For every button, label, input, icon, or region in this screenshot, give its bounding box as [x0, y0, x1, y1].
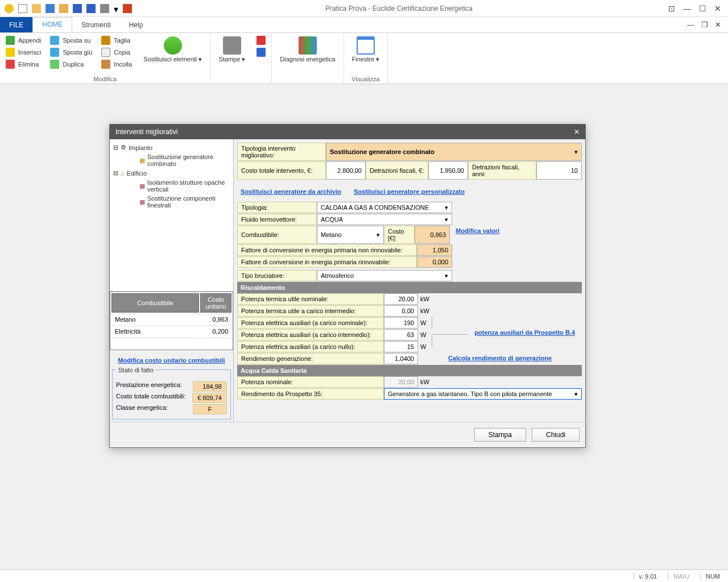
version-label: v. 9.01	[634, 573, 661, 580]
interventi-tree[interactable]: ⊟⚙Impianto ▦Sostituzione generatore comb…	[110, 139, 233, 292]
plus-green-icon	[6, 36, 15, 45]
word-button[interactable]	[255, 47, 267, 57]
ribbon-tabs: FILE HOME Strumenti Help — ❐ ✕	[0, 17, 728, 33]
elimina-button[interactable]: Elimina	[5, 59, 42, 69]
modifica-valori-link[interactable]: Modifica valori	[456, 227, 499, 234]
save-icon[interactable]	[73, 4, 82, 13]
tree-isolamento[interactable]: ▦Isolamento strutture opache verticali	[113, 178, 230, 194]
chevron-down-icon: ▾	[445, 216, 448, 223]
inserisci-button[interactable]: Inserisci	[5, 47, 42, 57]
table-row[interactable]: Metano0,863	[111, 314, 231, 325]
chiudi-button[interactable]: Chiudi	[532, 428, 580, 442]
fattore-nr-value: 1,050	[417, 244, 452, 256]
sostituisci-personalizzato-link[interactable]: Sostituisci generatore personalizzato	[354, 188, 465, 195]
tipologia-select[interactable]: CALDAIA A GAS A CONDENSAZIONE▾	[317, 202, 452, 213]
gear-icon: ⚙	[121, 144, 126, 151]
fluido-select[interactable]: ACQUA▾	[317, 214, 452, 225]
finestre-button[interactable]: Finestre ▾	[349, 35, 383, 64]
paste-icon	[101, 60, 110, 69]
device-icon[interactable]	[46, 4, 55, 13]
mdi-restore-icon[interactable]: ❐	[701, 20, 708, 29]
doc-icon	[257, 48, 266, 57]
potenza-ausiliari-link[interactable]: potenza ausiliari da Prospetto B.4	[474, 329, 575, 336]
tipo-bruciatore-select[interactable]: Atmosferico▾	[317, 270, 452, 281]
replace-icon	[164, 36, 182, 55]
stop-icon[interactable]	[123, 4, 132, 13]
interventi-dialog: Interventi migliorativi ✕ ⊟⚙Impianto ▦So…	[109, 124, 586, 448]
pot-int-input[interactable]: 0,00	[384, 305, 418, 317]
maximize-icon[interactable]: ☐	[699, 4, 706, 13]
chevron-down-icon: ▾	[377, 231, 380, 239]
printer-icon	[223, 36, 241, 55]
sostituisci-archivio-link[interactable]: Sostituisci generatore da archivio	[241, 188, 341, 195]
stampa-button[interactable]: Stampa	[474, 428, 526, 442]
wall-icon: ▦	[139, 182, 145, 190]
tipologia-intervento-select[interactable]: Sostituzione generatore combinato▾	[326, 143, 582, 161]
duplica-button[interactable]: Duplica	[49, 59, 93, 69]
pdf-icon	[257, 36, 266, 45]
taglia-button[interactable]: Taglia	[100, 35, 133, 45]
incolla-button[interactable]: Incolla	[100, 59, 133, 69]
app-icon[interactable]	[5, 4, 14, 13]
saveas-icon[interactable]	[86, 4, 96, 13]
ribbon: Appendi Inserisci Elimina Sposta su Spos…	[0, 33, 728, 84]
chevron-down-icon: ▾	[445, 272, 448, 280]
tree-sost-comp[interactable]: ▦Sostituzione componenti finestrati	[113, 194, 230, 210]
tab-help[interactable]: Help	[120, 17, 152, 32]
table-row[interactable]: Elettricità0,200	[111, 326, 231, 336]
combustibile-select[interactable]: Metano▾	[317, 226, 384, 244]
new-icon[interactable]	[18, 4, 27, 13]
folder-icon[interactable]	[59, 4, 68, 13]
tab-file[interactable]: FILE	[0, 17, 32, 32]
calcola-rendimento-link[interactable]: Calcola rendimento di generazione	[448, 355, 552, 361]
sposta-giu-button[interactable]: Sposta giù	[49, 47, 93, 57]
diagnosi-button[interactable]: Diagnosi energetica	[276, 35, 338, 64]
fattore-r-value: 0,000	[417, 256, 452, 268]
mod-cost-link[interactable]: Modifica costo unitario combustibili	[118, 357, 225, 364]
group-modifica-label: Modifica	[5, 74, 205, 82]
tree-sost-gen[interactable]: ▦Sostituzione generatore combinato	[113, 152, 230, 168]
stampe-button[interactable]: Stampe ▾	[215, 35, 249, 64]
close-icon[interactable]: ✕	[714, 4, 721, 13]
mdi-minimize-icon[interactable]: —	[687, 20, 694, 29]
quick-access-toolbar: ▾	[0, 4, 136, 13]
tab-strumenti[interactable]: Strumenti	[72, 17, 119, 32]
pot-el-nom-input[interactable]: 190	[384, 317, 418, 329]
pot-nom-input[interactable]: 20,00	[384, 293, 418, 305]
tab-home[interactable]: HOME	[32, 17, 72, 32]
print-icon[interactable]	[100, 4, 109, 13]
minimize-icon[interactable]: —	[683, 4, 691, 13]
copia-button[interactable]: Copia	[100, 47, 133, 57]
boiler-icon: ▦	[139, 157, 145, 164]
chevron-down-icon: ▾	[574, 148, 578, 156]
mdi-close-icon[interactable]: ✕	[715, 20, 721, 29]
pot-el-null-input[interactable]: 15	[384, 341, 418, 352]
open-icon[interactable]	[32, 4, 41, 13]
group-visualizza-label: Visualizza	[349, 74, 383, 82]
tree-impianto[interactable]: ⊟⚙Impianto	[113, 143, 230, 152]
minus-red-icon	[6, 60, 15, 69]
pot-el-int-input[interactable]: 63	[384, 329, 418, 340]
detrazioni-input[interactable]: 1.950,00	[428, 161, 468, 180]
acs-header: Acqua Calda Sanitaria	[237, 365, 582, 376]
detrazioni-anni-input[interactable]: 10	[536, 161, 582, 180]
appendi-button[interactable]: Appendi	[5, 35, 42, 45]
pot-acs-input: 20,00	[384, 376, 418, 388]
maiu-indicator: MAIU	[668, 573, 694, 580]
titlebar: ▾ Pratica Prova - Euclide Certificazione…	[0, 0, 728, 17]
costo-totale-input[interactable]: 2.800,00	[326, 161, 366, 180]
restore-in-icon[interactable]: ⊡	[668, 4, 675, 13]
rendimento-prospetto-select[interactable]: Generatore a gas istantaneo, Tipo B con …	[384, 388, 582, 400]
arrow-up-icon	[50, 36, 59, 45]
sostituisci-button[interactable]: Sostituisci elementi ▾	[140, 35, 205, 64]
dropdown-icon[interactable]: ▾	[114, 4, 118, 13]
plus-yellow-icon	[6, 48, 15, 57]
sposta-su-button[interactable]: Sposta su	[49, 35, 93, 45]
status-bar: v. 9.01 MAIU NUM	[0, 569, 728, 582]
rend-gen-input[interactable]: 1,0400	[384, 353, 418, 364]
tree-edificio[interactable]: ⊟⌂Edificio	[113, 168, 230, 178]
pdf-button[interactable]	[255, 35, 267, 45]
dialog-title: Interventi migliorativi	[115, 128, 177, 136]
house-icon: ⌂	[121, 170, 125, 177]
dialog-close-icon[interactable]: ✕	[574, 128, 580, 136]
